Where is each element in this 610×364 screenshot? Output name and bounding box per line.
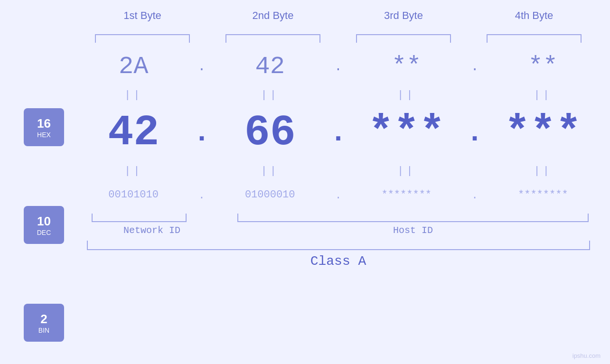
dec-badge-label: DEC	[37, 229, 51, 236]
bin-badge: 2 BIN	[24, 304, 64, 342]
bin-b3: ********	[381, 189, 432, 201]
hex-b3: **	[392, 53, 421, 81]
dec-b3: ***	[368, 109, 445, 157]
dec-row: 42 . 66 . *** . ***	[77, 104, 600, 161]
hex-b1: 2A	[119, 53, 148, 81]
dec-b1: 42	[108, 109, 159, 157]
bracket-bottom-network	[92, 214, 187, 222]
sep6: ||	[261, 165, 279, 177]
dec-b4: ***	[505, 109, 582, 157]
hex-dot3: .	[471, 59, 479, 74]
bin-row: 00101010 . 01000010 . ******** . *******…	[77, 180, 600, 209]
hex-dot2: .	[334, 59, 342, 74]
sep-row-2: || || || ||	[77, 161, 600, 180]
dec-dot3: .	[466, 117, 483, 149]
sep4: ||	[534, 89, 552, 101]
bin-b4: ********	[518, 189, 568, 201]
sep3: ||	[397, 89, 415, 101]
big-bottom-bracket	[87, 241, 590, 250]
bracket-top-1	[95, 34, 190, 43]
hex-badge: 16 HEX	[24, 108, 64, 146]
dec-dot1: .	[193, 117, 210, 149]
bin-badge-num: 2	[40, 312, 47, 327]
class-label: Class A	[310, 254, 366, 269]
hex-b2: 42	[255, 53, 285, 81]
watermark: ipshu.com	[572, 352, 601, 359]
hex-badge-label: HEX	[37, 131, 51, 139]
dec-dot2: .	[329, 117, 347, 149]
sep7: ||	[397, 165, 415, 177]
bin-b1: 00101010	[108, 189, 159, 201]
dec-badge-num: 10	[37, 214, 51, 229]
dec-b2: 66	[244, 109, 296, 157]
byte2-header: 2nd Byte	[208, 9, 338, 22]
bracket-top-2	[225, 34, 320, 43]
hex-b4: **	[528, 53, 558, 81]
sep-row-1: || || || ||	[77, 85, 600, 104]
sep8: ||	[534, 165, 552, 177]
hex-dot1: .	[198, 59, 206, 74]
top-brackets	[0, 34, 610, 43]
bin-b2: 01000010	[245, 189, 295, 201]
hex-badge-num: 16	[37, 116, 51, 131]
byte3-header: 3rd Byte	[338, 9, 469, 22]
badge-column: 16 HEX 10 DEC 2 BIN	[11, 47, 77, 342]
bracket-top-4	[487, 34, 582, 43]
byte-headers-row: 1st Byte 2nd Byte 3rd Byte 4th Byte	[0, 0, 610, 22]
bin-dot3: .	[471, 190, 478, 202]
bin-dot2: .	[335, 190, 341, 202]
dec-badge: 10 DEC	[24, 206, 64, 244]
bracket-top-3	[356, 34, 451, 43]
bin-badge-label: BIN	[38, 327, 49, 334]
network-id-label: Network ID	[77, 225, 227, 236]
host-id-label: Host ID	[227, 225, 600, 236]
sep5: ||	[124, 165, 142, 177]
sep1: ||	[124, 89, 142, 101]
byte4-header: 4th Byte	[469, 9, 600, 22]
byte1-header: 1st Byte	[77, 9, 208, 22]
sep2: ||	[261, 89, 279, 101]
hex-row: 2A . 42 . ** . **	[77, 47, 600, 85]
bin-dot1: .	[198, 190, 205, 202]
bracket-bottom-host	[237, 214, 589, 222]
